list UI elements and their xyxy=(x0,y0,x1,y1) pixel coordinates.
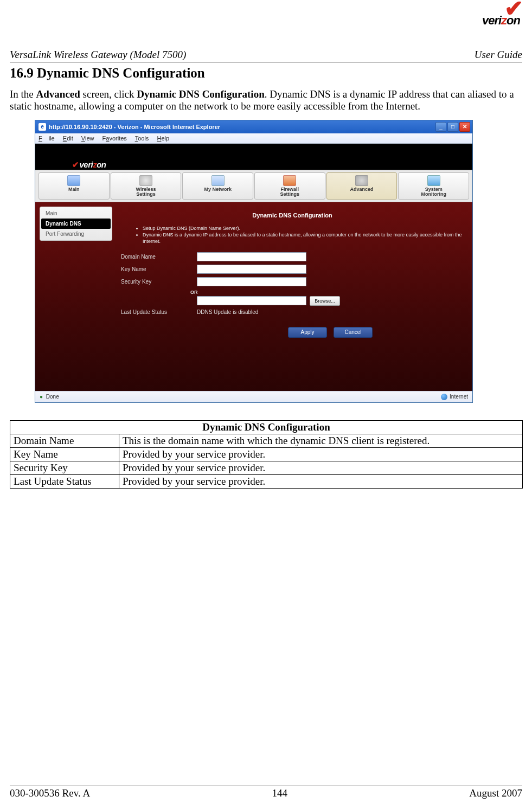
panel-bullets: Setup Dynamic DNS (Domain Name Server). … xyxy=(121,225,464,245)
footer-left: 030-300536 Rev. A xyxy=(10,787,90,799)
browse-button[interactable]: Browse... xyxy=(310,296,340,306)
input-sec[interactable] xyxy=(197,277,306,286)
side-main[interactable]: Main xyxy=(41,208,111,219)
nav-sysmon[interactable]: System Monitoring xyxy=(398,172,469,200)
globe-icon xyxy=(441,394,447,400)
intro-paragraph: In the Advanced screen, click Dynamic DN… xyxy=(10,88,522,112)
label-sec: Security Key xyxy=(121,279,197,285)
input-file[interactable] xyxy=(197,296,306,305)
verizon-check-icon: ✔ xyxy=(485,4,523,14)
status-right: Internet xyxy=(441,394,468,400)
status-left: ● Done xyxy=(40,394,59,400)
maximize-button[interactable]: □ xyxy=(447,122,458,132)
menu-help[interactable]: Help xyxy=(157,135,169,142)
page-footer: 030-300536 Rev. A 144 August 2007 xyxy=(10,786,522,799)
monitor2-icon xyxy=(427,175,440,186)
table-row: Security Key Provided by your service pr… xyxy=(10,461,523,474)
network-icon xyxy=(211,175,225,186)
bullet-1: Setup Dynamic DNS (Domain Name Server). xyxy=(143,225,464,232)
ie-statusbar: ● Done Internet xyxy=(35,391,472,402)
apply-button[interactable]: Apply xyxy=(288,327,327,338)
menu-favorites[interactable]: Favorites xyxy=(102,135,127,142)
ie-title: http://10.16.90.10:2420 - Verizon - Micr… xyxy=(49,124,220,130)
label-key: Key Name xyxy=(121,266,197,272)
ie-window: e http://10.16.90.10:2420 - Verizon - Mi… xyxy=(35,120,473,403)
wireless-icon xyxy=(139,175,152,186)
nav-firewall[interactable]: Firewall Settings xyxy=(254,172,325,200)
label-last-update: Last Update Status xyxy=(121,309,197,315)
defs-title: Dynamic DNS Configuration xyxy=(10,420,523,434)
side-portfwd[interactable]: Port Forwarding xyxy=(41,229,111,239)
definitions-table: Dynamic DNS Configuration Domain Name Th… xyxy=(10,420,523,489)
verizon-logo: ✔ verizon xyxy=(482,4,520,28)
minimize-button[interactable]: _ xyxy=(435,122,446,132)
input-key[interactable] xyxy=(197,265,306,274)
bullet-2: Dynamic DNS is a dynamic IP address to b… xyxy=(143,232,464,245)
def-val-1: Provided by your service provider. xyxy=(119,447,523,461)
doc-kind: User Guide xyxy=(475,49,522,61)
menu-edit[interactable]: Edit xyxy=(63,135,73,142)
table-row: Domain Name This is the domain name with… xyxy=(10,434,523,447)
footer-center: 144 xyxy=(272,787,287,799)
label-domain: Domain Name xyxy=(121,254,197,260)
or-label: OR xyxy=(190,290,464,295)
side-ddns[interactable]: Dynamic DNS xyxy=(41,219,111,229)
ie-titlebar: e http://10.16.90.10:2420 - Verizon - Mi… xyxy=(35,120,472,133)
nav-advanced[interactable]: Advanced xyxy=(326,172,398,200)
def-key-1: Key Name xyxy=(10,447,119,461)
ddns-panel: Dynamic DNS Configuration Setup Dynamic … xyxy=(117,207,468,386)
nav-wireless[interactable]: Wireless Settings xyxy=(111,172,182,200)
nav-network[interactable]: My Network xyxy=(182,172,253,200)
close-button[interactable]: ✕ xyxy=(459,122,470,132)
value-last-update: DDNS Update is disabled xyxy=(197,309,258,315)
gear-icon xyxy=(355,175,368,186)
ie-icon: e xyxy=(39,123,46,131)
def-val-3: Provided by your service provider. xyxy=(119,474,523,488)
table-row: Key Name Provided by your service provid… xyxy=(10,447,523,461)
table-row: Last Update Status Provided by your serv… xyxy=(10,474,523,488)
panel-title: Dynamic DNS Configuration xyxy=(121,212,464,219)
gateway-header: ✔verizon xyxy=(35,144,472,170)
def-val-2: Provided by your service provider. xyxy=(119,461,523,474)
ie-menubar: File Edit View Favorites Tools Help xyxy=(35,133,472,144)
menu-view[interactable]: View xyxy=(81,135,94,142)
def-key-3: Last Update Status xyxy=(10,474,119,488)
doc-title: VersaLink Wireless Gateway (Model 7500) xyxy=(10,49,186,61)
monitor-icon xyxy=(67,175,80,186)
section-heading: 16.9 Dynamic DNS Configuration xyxy=(10,66,522,81)
def-key-0: Domain Name xyxy=(10,434,119,447)
side-menu: Main Dynamic DNS Port Forwarding xyxy=(40,207,112,241)
done-icon: ● xyxy=(40,394,43,400)
menu-tools[interactable]: Tools xyxy=(135,135,149,142)
menu-file[interactable]: File xyxy=(39,135,55,142)
footer-right: August 2007 xyxy=(469,787,522,799)
nav-main[interactable]: Main xyxy=(39,172,110,200)
firewall-icon xyxy=(283,175,296,186)
def-val-0: This is the domain name with which the d… xyxy=(119,434,523,447)
gateway-navbar: Main Wireless Settings My Network Firewa… xyxy=(35,170,472,202)
input-domain[interactable] xyxy=(197,252,306,261)
logo-prefix: veri xyxy=(482,14,501,27)
def-key-2: Security Key xyxy=(10,461,119,474)
cancel-button[interactable]: Cancel xyxy=(334,327,373,338)
gateway-logo: ✔verizon xyxy=(72,160,106,170)
